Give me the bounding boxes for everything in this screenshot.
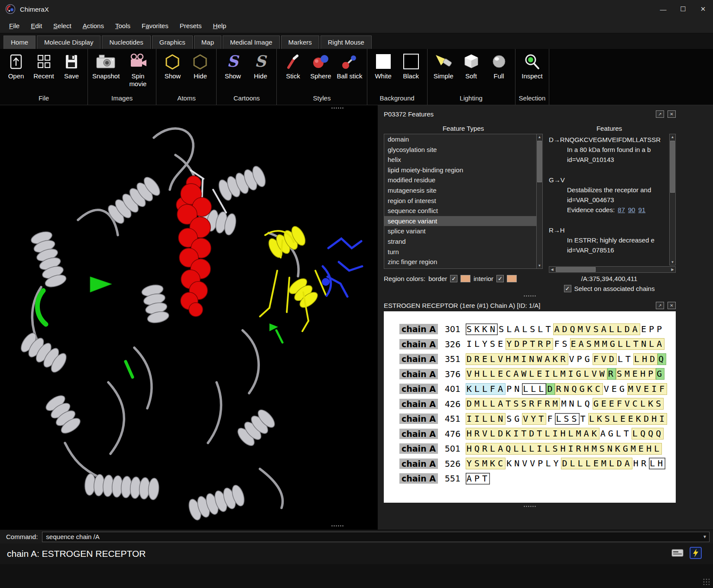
chain-label[interactable]: chain A bbox=[399, 443, 438, 454]
sequence-segment[interactable]: MVEIF bbox=[627, 383, 667, 395]
evidence-link[interactable]: 91 bbox=[638, 206, 645, 213]
scroll-down-icon[interactable]: ▼ bbox=[537, 263, 542, 268]
tab-home[interactable]: Home bbox=[3, 36, 36, 49]
selection-inspect-button[interactable]: Inspect bbox=[519, 52, 544, 80]
scroll-down-icon[interactable]: ▼ bbox=[670, 259, 675, 265]
sequence-segment[interactable]: GEEFVCLKS bbox=[593, 398, 664, 410]
chain-label[interactable]: chain A bbox=[399, 459, 438, 469]
sequence-segment[interactable]: ILYSE bbox=[466, 338, 506, 350]
close-panel-icon[interactable]: ✕ bbox=[668, 110, 676, 118]
menu-help[interactable]: Help bbox=[207, 22, 232, 29]
tab-medical-image[interactable]: Medical Image bbox=[223, 36, 280, 49]
sequence-segment[interactable]: Q bbox=[658, 353, 666, 365]
command-history-dropdown-icon[interactable]: ▼ bbox=[700, 534, 709, 539]
close-button[interactable]: ✕ bbox=[693, 0, 713, 18]
background-black-button[interactable]: Black bbox=[399, 52, 424, 80]
scroll-left-icon[interactable]: ◀ bbox=[549, 267, 555, 272]
features-scrollbar[interactable]: ▲ ▼ bbox=[669, 134, 676, 265]
sequence-segment[interactable]: DMLLATSSRFRM bbox=[466, 398, 561, 410]
lighting-full-button[interactable]: Full bbox=[486, 52, 512, 80]
feature-types-scrollbar[interactable]: ▲ ▼ bbox=[536, 134, 543, 269]
menu-favorites[interactable]: Favorites bbox=[136, 22, 174, 29]
images-spin-movie-button[interactable]: Spin movie bbox=[123, 52, 152, 88]
chain-label[interactable]: chain A bbox=[399, 399, 438, 409]
feature-type-lipid-moiety-binding-region[interactable]: lipid moiety-binding region bbox=[384, 165, 536, 175]
sequence-segment[interactable]: LKSLEEKDHI bbox=[588, 413, 667, 425]
chain-label[interactable]: chain A bbox=[399, 369, 438, 379]
splitter-handle[interactable] bbox=[331, 525, 344, 527]
fast-mode-lightning-icon[interactable] bbox=[690, 547, 702, 561]
lighting-simple-button[interactable]: Simple bbox=[431, 52, 456, 80]
sequence-segment[interactable]: KLLFA bbox=[466, 383, 506, 395]
background-white-button[interactable]: White bbox=[371, 52, 396, 80]
panel-splitter[interactable] bbox=[384, 503, 676, 510]
select-chains-checkbox[interactable]: ✓ bbox=[564, 285, 571, 292]
sequence-segment[interactable]: FS bbox=[553, 338, 570, 350]
sequence-segment[interactable]: KNVVPLY bbox=[506, 458, 561, 469]
styles-ball-stick-button[interactable]: Ball stick bbox=[336, 52, 363, 80]
lighting-soft-button[interactable]: Soft bbox=[459, 52, 484, 80]
file-open-button[interactable]: Open bbox=[3, 52, 29, 80]
sequence-segment[interactable]: G bbox=[656, 368, 664, 380]
undock-icon[interactable]: ↗ bbox=[656, 110, 664, 118]
file-recent-button[interactable]: Recent bbox=[31, 52, 56, 80]
scroll-right-icon[interactable]: ▶ bbox=[670, 267, 675, 272]
tab-molecule-display[interactable]: Molecule Display bbox=[37, 36, 100, 49]
sequence-segment[interactable]: MNLQ bbox=[560, 398, 592, 410]
sequence-segment[interactable]: LLL bbox=[522, 383, 546, 395]
sequence-segment[interactable]: ADQMVSALLDA bbox=[553, 323, 640, 335]
tab-markers[interactable]: Markers bbox=[281, 36, 319, 49]
sequence-segment[interactable]: EPP bbox=[640, 323, 664, 335]
sequence-segment[interactable]: SG bbox=[506, 413, 522, 425]
sequence-segment[interactable]: DRELVHMINWAKR bbox=[466, 353, 568, 365]
styles-stick-button[interactable]: Stick bbox=[280, 52, 305, 80]
chain-label[interactable]: chain A bbox=[399, 384, 438, 394]
close-panel-icon[interactable]: ✕ bbox=[668, 302, 676, 309]
features-hscrollbar[interactable]: ◀ ▶ bbox=[549, 266, 676, 273]
evidence-link[interactable]: 87 bbox=[618, 206, 625, 213]
sequence-area[interactable]: chain A301SKKNSLALSLTADQMVSALLDAEPPchain… bbox=[384, 311, 676, 503]
chain-label[interactable]: chain A bbox=[399, 429, 438, 439]
sequence-segment[interactable]: F bbox=[546, 413, 555, 425]
feature-type-mutagenesis-site[interactable]: mutagenesis site bbox=[384, 185, 536, 196]
minimize-button[interactable]: — bbox=[653, 0, 673, 18]
sequence-segment[interactable]: HRVLDKITDTLIHLMAK bbox=[466, 428, 600, 439]
sequence-segment[interactable]: SKKN bbox=[466, 323, 498, 335]
feature-type-sequence-conflict[interactable]: sequence conflict bbox=[384, 206, 536, 216]
atoms-show-button[interactable]: Show bbox=[160, 52, 185, 80]
file-save-button[interactable]: Save bbox=[59, 52, 84, 80]
styles-sphere-button[interactable]: Sphere bbox=[308, 52, 333, 80]
sequence-segment[interactable]: LQQQ bbox=[632, 428, 664, 439]
sequence-segment[interactable]: D bbox=[546, 383, 555, 395]
feature-type-domain[interactable]: domain bbox=[384, 134, 536, 145]
sequence-segment[interactable]: T bbox=[580, 413, 588, 425]
interior-checkbox[interactable]: ✓ bbox=[496, 275, 504, 282]
feature-type-helix[interactable]: helix bbox=[384, 155, 536, 165]
sequence-segment[interactable]: SMEHP bbox=[616, 368, 656, 380]
keyboard-status-icon[interactable] bbox=[671, 548, 684, 559]
sequence-segment[interactable]: VEG bbox=[603, 383, 627, 395]
sequence-segment[interactable]: LSS bbox=[555, 413, 579, 425]
sequence-segment[interactable]: RNQGKC bbox=[555, 383, 603, 395]
panel-splitter[interactable] bbox=[384, 292, 676, 299]
chain-label[interactable]: chain A bbox=[399, 324, 438, 334]
command-input[interactable] bbox=[42, 533, 700, 540]
menu-actions[interactable]: Actions bbox=[77, 22, 110, 29]
feature-type-region-of-interest[interactable]: region of interest bbox=[384, 196, 536, 206]
splitter-handle[interactable] bbox=[331, 107, 344, 109]
resize-grip[interactable] bbox=[703, 578, 710, 585]
feature-type-sequence-variant[interactable]: sequence variant bbox=[384, 216, 536, 226]
chain-label[interactable]: chain A bbox=[399, 354, 438, 364]
feature-type-modified-residue[interactable]: modified residue bbox=[384, 175, 536, 185]
sequence-segment[interactable]: YSMKC bbox=[466, 458, 506, 469]
sequence-segment[interactable]: IILLN bbox=[466, 413, 506, 425]
sequence-segment[interactable]: LT bbox=[617, 353, 633, 365]
feature-type-splice-variant[interactable]: splice variant bbox=[384, 226, 536, 236]
sequence-segment[interactable]: HR bbox=[632, 458, 649, 469]
evidence-link[interactable]: 90 bbox=[628, 206, 635, 213]
border-color-swatch[interactable] bbox=[460, 275, 470, 282]
sequence-segment[interactable]: DLLLEMLDA bbox=[561, 458, 632, 469]
sequence-segment[interactable]: R bbox=[607, 368, 616, 380]
sequence-segment[interactable]: PN bbox=[506, 383, 522, 395]
interior-color-swatch[interactable] bbox=[507, 275, 517, 282]
